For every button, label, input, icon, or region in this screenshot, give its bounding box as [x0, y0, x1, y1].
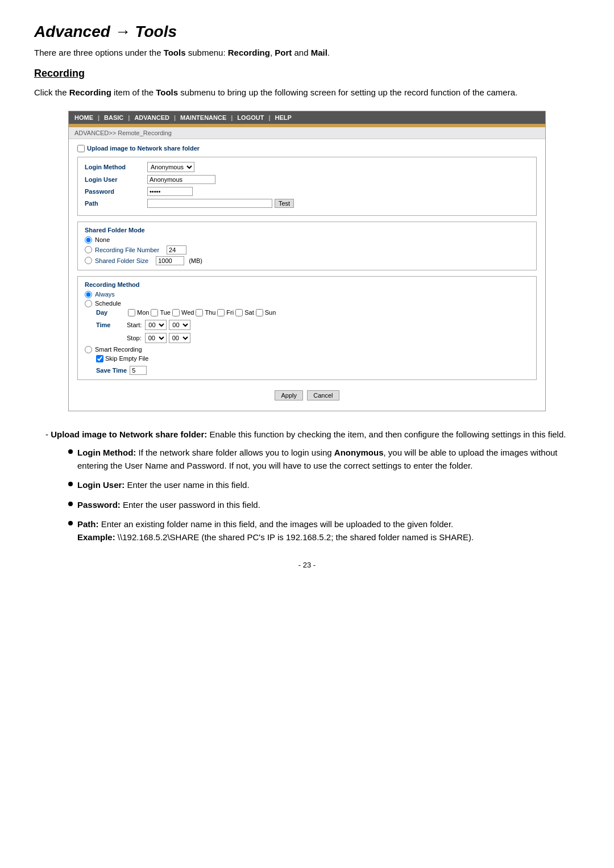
- day-row: Day Mon Tue Wed Thu Fri Sat Sun: [96, 309, 529, 316]
- bullet-path-text: Path: Enter an existing folder name in t…: [77, 518, 580, 544]
- smart-recording-radio[interactable]: [85, 346, 92, 353]
- bullet-path: Path: Enter an existing folder name in t…: [68, 518, 580, 544]
- login-user-input[interactable]: [147, 175, 215, 184]
- intro-paragraph: There are three options under the Tools …: [34, 48, 580, 57]
- day-wed[interactable]: [172, 309, 180, 316]
- login-method-row: Login Method Anonymous Standard: [85, 162, 529, 172]
- day-tue[interactable]: [151, 309, 158, 316]
- login-method-label: Login Method: [85, 164, 147, 170]
- nav-sep-3: |: [174, 114, 176, 121]
- bullet-password: Password: Enter the user password in thi…: [68, 499, 580, 512]
- day-thu-label: Thu: [205, 309, 215, 316]
- path-input[interactable]: [147, 199, 272, 208]
- day-checkboxes: Mon Tue Wed Thu Fri Sat Sun: [128, 309, 276, 316]
- bullet-dot-4: [68, 521, 73, 525]
- bullet-dot-2: [68, 482, 73, 486]
- day-fri[interactable]: [217, 309, 225, 316]
- day-thu[interactable]: [196, 309, 203, 316]
- start-hour-select[interactable]: 00: [145, 320, 167, 330]
- always-radio[interactable]: [85, 291, 92, 298]
- password-input[interactable]: [147, 187, 193, 196]
- page-title: Advanced → Tools: [34, 23, 580, 41]
- always-label: Always: [95, 291, 115, 298]
- password-label: Password: [85, 188, 147, 195]
- nav-sep-1: |: [98, 114, 99, 121]
- nav-basic[interactable]: BASIC: [104, 114, 123, 121]
- nav-home[interactable]: HOME: [74, 114, 93, 121]
- path-label: Path: [85, 200, 147, 207]
- skip-empty-row: Skip Empty File: [96, 355, 529, 362]
- shared-folder-size-input[interactable]: [156, 256, 184, 265]
- shared-folder-title: Shared Folder Mode: [85, 227, 529, 233]
- login-form-section: Login Method Anonymous Standard Login Us…: [77, 157, 537, 216]
- path-row: Path Test: [85, 199, 529, 208]
- nav-sep-2: |: [128, 114, 130, 121]
- day-sun-label: Sun: [265, 309, 276, 316]
- recording-method-title: Recording Method: [85, 281, 529, 288]
- schedule-row: Schedule: [85, 300, 529, 307]
- recording-method-radio-group: Always Schedule Day Mon Tue Wed Thu Fri: [85, 291, 529, 375]
- apply-button[interactable]: Apply: [275, 390, 303, 400]
- section-heading-recording: Recording: [34, 68, 580, 80]
- day-fri-label: Fri: [226, 309, 234, 316]
- upload-checkbox[interactable]: [77, 145, 85, 152]
- day-wed-label: Wed: [181, 309, 194, 316]
- day-mon[interactable]: [128, 309, 135, 316]
- stop-label: Stop:: [127, 335, 142, 341]
- nav-logout[interactable]: LOGOUT: [237, 114, 264, 121]
- always-row: Always: [85, 291, 529, 298]
- shared-folder-size-radio[interactable]: [85, 257, 92, 264]
- skip-empty-checkbox[interactable]: [96, 355, 103, 362]
- nav-maintenance[interactable]: MAINTENANCE: [180, 114, 226, 121]
- bullet-dot-1: [68, 449, 73, 454]
- schedule-radio[interactable]: [85, 300, 92, 307]
- sub-bullets-section: Login Method: If the network share folde…: [34, 446, 580, 544]
- skip-empty-label: Skip Empty File: [105, 355, 148, 362]
- day-sat[interactable]: [235, 309, 243, 316]
- smart-recording-label: Smart Recording: [95, 346, 142, 353]
- recording-file-row: Recording File Number: [85, 245, 529, 254]
- cancel-button[interactable]: Cancel: [307, 390, 339, 400]
- upload-checkbox-label[interactable]: Upload image to Network share folder: [77, 145, 537, 152]
- panel-body: Upload image to Network share folder Log…: [69, 139, 545, 411]
- day-label: Day: [96, 309, 125, 316]
- schedule-label: Schedule: [95, 300, 121, 307]
- description-paragraph: Click the Recording item of the Tools su…: [34, 86, 580, 99]
- stop-min-select[interactable]: 00: [169, 333, 190, 343]
- stop-row: Stop: 00 00: [96, 333, 529, 343]
- nav-advanced[interactable]: ADVANCED: [134, 114, 169, 121]
- button-row: Apply Cancel: [77, 386, 537, 405]
- save-time-label: Save Time: [96, 367, 127, 374]
- recording-file-input[interactable]: [167, 245, 186, 254]
- bullet-login-user-text: Login User: Enter the user name in this …: [77, 479, 580, 492]
- shared-folder-section: Shared Folder Mode None Recording File N…: [77, 222, 537, 270]
- day-tue-label: Tue: [160, 309, 171, 316]
- day-sun[interactable]: [256, 309, 263, 316]
- stop-hour-select[interactable]: 00: [145, 333, 167, 343]
- page-number: - 23 -: [34, 561, 580, 569]
- breadcrumb: ADVANCED>> Remote_Recording: [69, 127, 545, 139]
- recording-method-section: Recording Method Always Schedule Day Mon: [77, 276, 537, 380]
- time-row: Time Start: 00 00: [96, 320, 529, 330]
- shared-folder-size-row: Shared Folder Size (MB): [85, 256, 529, 265]
- main-bullet-upload: - Upload image to Network share folder: …: [34, 428, 580, 441]
- recording-file-radio[interactable]: [85, 246, 92, 253]
- start-min-select[interactable]: 00: [169, 320, 190, 330]
- bullet-dot-3: [68, 502, 73, 506]
- ui-panel: HOME | BASIC | ADVANCED | MAINTENANCE | …: [68, 111, 546, 411]
- login-method-select[interactable]: Anonymous Standard: [147, 162, 194, 172]
- shared-folder-none-row: None: [85, 236, 529, 244]
- time-label: Time: [96, 322, 125, 328]
- shared-folder-radio-group: None Recording File Number Shared Folder…: [85, 236, 529, 265]
- test-button[interactable]: Test: [275, 199, 294, 208]
- shared-folder-none-radio[interactable]: [85, 236, 92, 244]
- bullet-password-text: Password: Enter the user password in thi…: [77, 499, 580, 512]
- nav-help[interactable]: HELP: [275, 114, 292, 121]
- login-user-row: Login User: [85, 175, 529, 184]
- password-row: Password: [85, 187, 529, 196]
- bullet-login-method: Login Method: If the network share folde…: [68, 446, 580, 472]
- nav-sep-5: |: [268, 114, 270, 121]
- day-sat-label: Sat: [244, 309, 254, 316]
- recording-file-label: Recording File Number: [95, 247, 159, 253]
- save-time-input[interactable]: [130, 366, 147, 375]
